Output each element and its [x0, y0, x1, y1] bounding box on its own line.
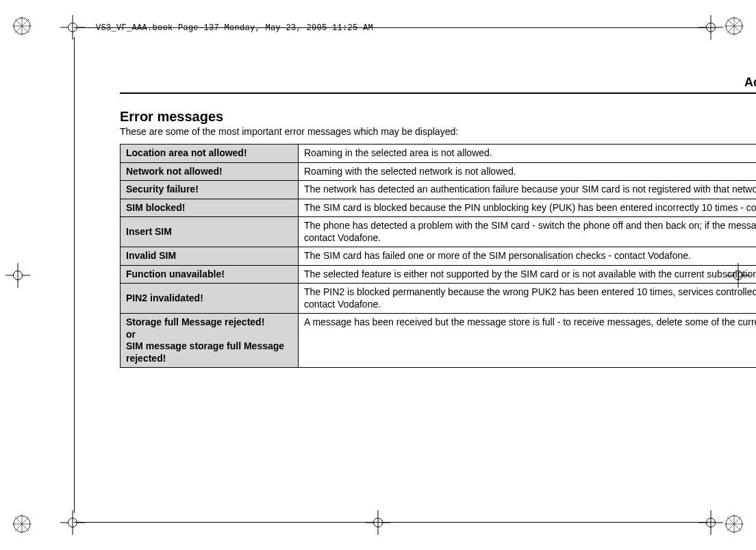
error-desc-cell: The phone has detected a problem with th…: [299, 217, 757, 247]
error-label-cell: Storage full Message rejected! or SIM me…: [121, 314, 299, 368]
error-label-cell: Insert SIM: [121, 217, 299, 247]
page-title: Error messages: [120, 109, 756, 125]
svg-point-5: [726, 18, 742, 34]
error-label-text: SIM message storage full Message rejecte…: [126, 340, 284, 364]
table-row: Network not allowed!Roaming with the sel…: [121, 162, 757, 181]
page-content: Additional Information Error messages Th…: [120, 75, 756, 368]
error-label-cell: Function unavailable!: [121, 265, 299, 284]
table-row: Storage full Message rejected! or SIM me…: [121, 314, 757, 368]
table-row: Location area not allowed!Roaming in the…: [121, 145, 757, 163]
svg-line-8: [727, 19, 741, 33]
error-desc-cell: The SIM card has failed one or more of t…: [299, 247, 757, 266]
print-header-label: VS3_VF_AAA.book Page 137 Monday, May 23,…: [96, 23, 373, 33]
crop-mark-icon: [698, 510, 723, 535]
registration-mark-icon: [12, 514, 32, 534]
svg-line-3: [15, 19, 29, 33]
table-row: Insert SIMThe phone has detected a probl…: [121, 217, 757, 247]
error-desc-cell: The PIN2 is blocked permanently because …: [299, 284, 757, 314]
svg-line-14: [15, 517, 29, 531]
registration-mark-icon: [724, 16, 744, 36]
table-row: SIM blocked!The SIM card is blocked beca…: [121, 199, 757, 217]
crop-mark-icon: [5, 263, 30, 288]
svg-point-0: [14, 18, 30, 34]
registration-mark-icon: [724, 514, 744, 534]
table-row: PIN2 invalidated!The PIN2 is blocked per…: [121, 284, 757, 314]
error-label-cell: Location area not allowed!: [121, 145, 299, 163]
table-row: Invalid SIMThe SIM card has failed one o…: [121, 247, 757, 266]
error-label-text: Storage full Message rejected!: [126, 316, 264, 327]
trim-line: [74, 522, 715, 523]
error-label-cell: PIN2 invalidated!: [121, 284, 299, 314]
error-messages-table: Location area not allowed!Roaming in the…: [120, 144, 756, 368]
section-header: Additional Information: [120, 75, 756, 94]
error-label-cell: Invalid SIM: [121, 247, 299, 266]
svg-point-10: [14, 516, 30, 532]
error-desc-cell: A message has been received but the mess…: [299, 314, 757, 368]
svg-line-4: [15, 19, 29, 33]
table-row: Security failure!The network has detecte…: [121, 181, 757, 199]
registration-mark-icon: [12, 16, 32, 36]
svg-line-19: [727, 517, 741, 531]
svg-line-13: [15, 517, 29, 531]
error-desc-cell: Roaming with the selected network is not…: [299, 162, 757, 181]
error-label-cell: Security failure!: [121, 181, 299, 199]
svg-line-18: [727, 517, 741, 531]
trim-line: [74, 37, 75, 513]
error-desc-cell: Roaming in the selected area is not allo…: [299, 145, 757, 163]
crop-mark-icon: [60, 510, 85, 535]
error-label-or: or: [126, 329, 292, 341]
error-desc-cell: The selected feature is either not suppo…: [299, 265, 757, 284]
error-desc-cell: The network has detected an authenticati…: [299, 181, 757, 199]
svg-line-9: [727, 19, 741, 33]
error-desc-cell: The SIM card is blocked because the PIN …: [299, 199, 757, 217]
crop-mark-icon: [366, 510, 390, 535]
intro-text: These are some of the most important err…: [120, 126, 756, 137]
error-label-cell: SIM blocked!: [121, 199, 299, 217]
error-label-cell: Network not allowed!: [121, 162, 299, 181]
svg-point-15: [726, 516, 742, 532]
table-row: Function unavailable!The selected featur…: [121, 265, 757, 284]
